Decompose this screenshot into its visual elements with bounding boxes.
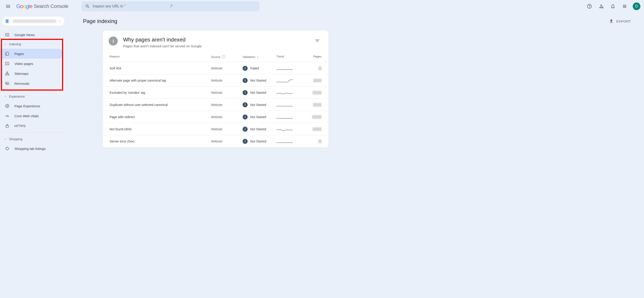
cell-pages bbox=[306, 79, 322, 82]
sidebar-item-label: Removals bbox=[14, 82, 30, 86]
exclamation-icon: ! bbox=[243, 114, 248, 120]
cell-source: Website bbox=[211, 127, 243, 131]
sidebar-item-video-pages[interactable]: Video pages bbox=[0, 58, 63, 68]
property-selector[interactable] bbox=[2, 16, 65, 26]
cell-pages bbox=[306, 140, 322, 143]
trend-sparkline-icon bbox=[276, 90, 293, 95]
notifications-button[interactable] bbox=[608, 1, 618, 12]
users-settings-button[interactable] bbox=[596, 1, 606, 12]
sidebar: Google News Indexing Pages Video pages bbox=[0, 12, 67, 154]
sidebar-item-shopping-tab-listings[interactable]: Shopping tab listings bbox=[0, 144, 63, 154]
core-web-vitals-icon bbox=[4, 114, 10, 118]
chevron-down-icon bbox=[4, 95, 7, 98]
cell-trend bbox=[276, 102, 306, 107]
svg-point-8 bbox=[7, 106, 8, 106]
table-row[interactable]: Not found (404)Website!Not Started bbox=[103, 123, 328, 135]
table-row[interactable]: Duplicate without user-selected canonica… bbox=[103, 99, 328, 111]
svg-rect-10 bbox=[6, 126, 8, 127]
menu-button[interactable] bbox=[3, 1, 14, 12]
sidebar-item-label: Sitemaps bbox=[14, 72, 29, 76]
filter-icon bbox=[315, 38, 320, 43]
exclamation-icon: ! bbox=[243, 127, 248, 132]
table-row[interactable]: Soft 404Website!Failed bbox=[103, 62, 328, 74]
cell-trend bbox=[276, 78, 306, 83]
apps-button[interactable] bbox=[619, 1, 630, 12]
sidebar-item-page-experience[interactable]: Page Experience bbox=[0, 101, 63, 111]
svg-rect-5 bbox=[6, 74, 7, 75]
cell-source: Website bbox=[211, 140, 243, 143]
export-button[interactable]: EXPORT bbox=[609, 19, 631, 24]
cell-pages bbox=[306, 127, 322, 131]
sidebar-item-core-web-vitals[interactable]: Core Web Vitals bbox=[0, 111, 63, 121]
exclamation-icon: ! bbox=[243, 102, 248, 107]
column-reason[interactable]: Reason bbox=[110, 55, 211, 59]
cell-trend bbox=[276, 127, 306, 132]
export-label: EXPORT bbox=[616, 20, 631, 23]
sidebar-item-label: Shopping tab listings bbox=[14, 147, 46, 150]
trend-sparkline-icon bbox=[276, 102, 293, 107]
hamburger-icon bbox=[6, 4, 11, 9]
cell-reason: Page with redirect bbox=[110, 115, 211, 119]
filter-button[interactable] bbox=[313, 36, 322, 46]
sidebar-group-label: Experience bbox=[9, 95, 25, 98]
page-experience-icon bbox=[4, 104, 10, 108]
column-pages[interactable]: Pages bbox=[306, 55, 322, 59]
sidebar-item-label: HTTPS bbox=[14, 124, 26, 128]
cell-reason: Not found (404) bbox=[110, 127, 211, 131]
column-trend[interactable]: Trend bbox=[276, 55, 306, 59]
cell-validation: !Not Started bbox=[243, 139, 276, 144]
chevron-down-icon bbox=[4, 43, 7, 46]
svg-line-9 bbox=[7, 116, 8, 117]
table-row[interactable]: Excluded by 'noindex' tagWebsite!Not Sta… bbox=[103, 86, 328, 99]
search-input[interactable] bbox=[93, 4, 256, 8]
trend-sparkline-icon bbox=[276, 78, 293, 83]
sidebar-group-label: Shopping bbox=[9, 137, 22, 141]
table-row[interactable]: Server error (5xx)Website!Not Started bbox=[103, 135, 328, 148]
search-icon bbox=[85, 4, 90, 9]
sidebar-item-pages[interactable]: Pages bbox=[0, 49, 63, 58]
trend-sparkline-icon bbox=[276, 66, 293, 70]
indexing-issues-card: i Why pages aren't indexed Pages that ar… bbox=[103, 31, 328, 148]
cell-pages bbox=[306, 115, 322, 119]
cell-validation: !Not Started bbox=[243, 127, 276, 132]
cell-validation: !Failed bbox=[243, 66, 276, 71]
url-inspect-search[interactable] bbox=[82, 1, 260, 11]
sidebar-item-removals[interactable]: Removals bbox=[0, 78, 63, 88]
avatar[interactable]: D bbox=[633, 2, 640, 10]
sidebar-group-experience[interactable]: Experience bbox=[0, 92, 67, 101]
main-content: Page indexing EXPORT i Why pages aren't … bbox=[67, 12, 644, 154]
sidebar-group-shopping[interactable]: Shopping bbox=[0, 134, 67, 144]
cell-trend bbox=[276, 66, 306, 70]
shopping-icon bbox=[4, 146, 10, 151]
help-button[interactable] bbox=[584, 1, 595, 12]
cell-trend bbox=[276, 90, 306, 95]
sidebar-group-label: Indexing bbox=[9, 42, 21, 46]
column-validation[interactable]: Validation ↓ bbox=[243, 55, 276, 59]
bell-icon bbox=[610, 4, 616, 9]
column-source[interactable]: Source ? bbox=[211, 55, 243, 59]
exclamation-icon: ! bbox=[243, 66, 248, 71]
help-icon[interactable]: ? bbox=[222, 55, 225, 58]
table-row[interactable]: Page with redirectWebsite!Not Started bbox=[103, 111, 328, 123]
svg-point-11 bbox=[6, 148, 7, 148]
logo[interactable]: Google Search Console bbox=[16, 3, 68, 10]
exclamation-icon: ! bbox=[243, 139, 248, 144]
google-news-icon bbox=[4, 32, 10, 37]
sidebar-item-label: Core Web Vitals bbox=[14, 114, 39, 118]
table-row[interactable]: Alternate page with proper canonical tag… bbox=[103, 74, 328, 86]
property-name-redacted bbox=[13, 20, 56, 23]
sidebar-item-sitemaps[interactable]: Sitemaps bbox=[0, 68, 63, 78]
table-body: Soft 404Website!FailedAlternate page wit… bbox=[103, 62, 328, 148]
person-gear-icon bbox=[598, 4, 604, 9]
page-title: Page indexing bbox=[83, 18, 117, 24]
sidebar-group-indexing[interactable]: Indexing bbox=[0, 40, 67, 49]
sidebar-item-google-news[interactable]: Google News bbox=[0, 30, 63, 40]
sidebar-item-https[interactable]: HTTPS bbox=[0, 121, 63, 131]
cell-source: Website bbox=[211, 79, 243, 82]
sidebar-item-label: Page Experience bbox=[14, 104, 40, 108]
cell-validation: !Not Started bbox=[243, 78, 276, 83]
cell-source: Website bbox=[211, 91, 243, 94]
chevron-down-icon bbox=[4, 138, 7, 140]
help-icon bbox=[587, 4, 592, 9]
info-icon: i bbox=[109, 36, 118, 46]
